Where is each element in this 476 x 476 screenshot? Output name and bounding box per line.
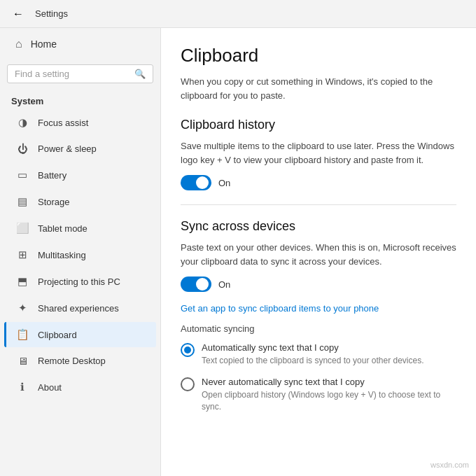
radio-sublabel-auto-sync: Text copied to the clipboard is synced t… xyxy=(202,355,424,367)
history-toggle-row: On xyxy=(181,175,456,190)
radio-option-auto-sync[interactable]: Automatically sync text that I copy Text… xyxy=(181,342,456,367)
sidebar: ⌂ Home 🔍 System ◑ Focus assist ⏻ Power &… xyxy=(0,28,161,476)
page-description: When you copy or cut something in Window… xyxy=(181,75,456,102)
sync-toggle-row: On xyxy=(181,276,456,292)
title-bar: ← Settings xyxy=(0,0,476,28)
tablet-mode-icon: ⬜ xyxy=(15,222,29,234)
storage-icon: ▤ xyxy=(15,195,29,208)
sidebar-label-focus-assist: Focus assist xyxy=(38,118,88,128)
sidebar-label-remote-desktop: Remote Desktop xyxy=(38,356,106,366)
radio-circle-never-sync[interactable] xyxy=(181,377,195,391)
clipboard-icon: 📋 xyxy=(15,328,29,341)
multitasking-icon: ⊞ xyxy=(15,248,29,261)
sidebar-label-storage: Storage xyxy=(38,197,70,207)
sidebar-label-power-sleep: Power & sleep xyxy=(38,144,97,154)
radio-label-never-sync: Never automatically sync text that I cop… xyxy=(202,377,456,387)
sidebar-item-battery[interactable]: ▭ Battery xyxy=(4,162,156,188)
sidebar-label-shared-experiences: Shared experiences xyxy=(38,303,119,314)
sync-toggle-label: On xyxy=(218,279,230,290)
history-toggle[interactable] xyxy=(181,175,211,190)
radio-text-never-sync: Never automatically sync text that I cop… xyxy=(202,377,456,413)
sidebar-item-home[interactable]: ⌂ Home xyxy=(4,31,156,57)
sync-section-description: Paste text on your other devices. When t… xyxy=(181,241,456,268)
sidebar-item-remote-desktop[interactable]: 🖥 Remote Desktop xyxy=(4,349,156,373)
radio-option-never-sync[interactable]: Never automatically sync text that I cop… xyxy=(181,377,456,413)
sidebar-label-about: About xyxy=(38,382,62,393)
sidebar-label-multitasking: Multitasking xyxy=(38,250,86,260)
sidebar-item-storage[interactable]: ▤ Storage xyxy=(4,189,156,214)
sidebar-label-tablet-mode: Tablet mode xyxy=(38,223,88,234)
search-input[interactable] xyxy=(15,69,134,79)
sidebar-label-battery: Battery xyxy=(38,170,66,181)
sidebar-section-title: System xyxy=(0,90,160,109)
history-section-title: Clipboard history xyxy=(181,118,456,132)
back-icon: ← xyxy=(13,8,24,20)
power-sleep-icon: ⏻ xyxy=(15,143,29,155)
search-icon: 🔍 xyxy=(134,69,146,79)
app-title: Settings xyxy=(35,8,68,19)
sidebar-item-clipboard[interactable]: 📋 Clipboard xyxy=(4,322,156,347)
back-button[interactable]: ← xyxy=(8,4,28,24)
sidebar-item-focus-assist[interactable]: ◑ Focus assist xyxy=(4,110,156,135)
radio-label-auto-sync: Automatically sync text that I copy xyxy=(202,342,424,353)
radio-sublabel-never-sync: Open clipboard history (Windows logo key… xyxy=(202,389,456,413)
sidebar-item-tablet-mode[interactable]: ⬜ Tablet mode xyxy=(4,216,156,241)
content-area: Clipboard When you copy or cut something… xyxy=(161,28,476,476)
sidebar-item-multitasking[interactable]: ⊞ Multitasking xyxy=(4,242,156,267)
sidebar-label-projecting: Projecting to this PC xyxy=(38,276,120,287)
sync-toggle[interactable] xyxy=(181,276,211,292)
sync-phone-link[interactable]: Get an app to sync clipboard items to yo… xyxy=(181,303,379,314)
remote-desktop-icon: 🖥 xyxy=(15,355,29,367)
history-section-description: Save multiple items to the clipboard to … xyxy=(181,139,456,167)
sidebar-item-power-sleep[interactable]: ⏻ Power & sleep xyxy=(4,136,156,161)
projecting-icon: ⬒ xyxy=(15,275,29,288)
page-title: Clipboard xyxy=(181,45,456,66)
battery-icon: ▭ xyxy=(15,169,29,181)
sidebar-item-projecting[interactable]: ⬒ Projecting to this PC xyxy=(4,269,156,294)
section-divider-1 xyxy=(181,204,456,205)
about-icon: ℹ xyxy=(15,381,29,393)
radio-text-auto-sync: Automatically sync text that I copy Text… xyxy=(202,342,424,367)
sidebar-item-shared-experiences[interactable]: ✦ Shared experiences xyxy=(4,295,156,321)
watermark: wsxdn.com xyxy=(430,461,469,469)
shared-experiences-icon: ✦ xyxy=(15,302,29,314)
focus-assist-icon: ◑ xyxy=(15,116,29,129)
sidebar-label-clipboard: Clipboard xyxy=(38,330,77,340)
auto-sync-label: Automatic syncing xyxy=(181,323,456,334)
sync-section-title: Sync across devices xyxy=(181,219,456,234)
home-icon: ⌂ xyxy=(15,38,22,50)
app-body: ⌂ Home 🔍 System ◑ Focus assist ⏻ Power &… xyxy=(0,28,476,476)
sidebar-item-about[interactable]: ℹ About xyxy=(4,374,156,400)
home-label: Home xyxy=(31,38,57,50)
search-box[interactable]: 🔍 xyxy=(7,64,153,83)
radio-circle-auto-sync[interactable] xyxy=(181,343,195,357)
history-toggle-label: On xyxy=(218,178,230,188)
